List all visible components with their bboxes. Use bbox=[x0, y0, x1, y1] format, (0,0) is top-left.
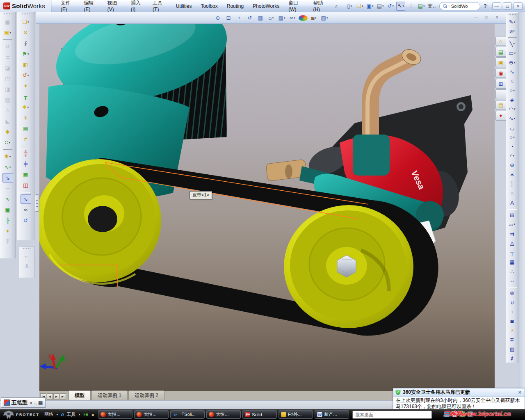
feature-tree-splitter[interactable]: ▸▸▸ bbox=[35, 194, 39, 212]
edit-component-icon[interactable]: ❒ bbox=[21, 17, 31, 27]
point-icon[interactable]: ∗ bbox=[507, 171, 518, 179]
plus-minus-icon[interactable]: ∓ bbox=[507, 336, 518, 344]
snapshot-icon[interactable]: ◧ bbox=[21, 60, 31, 69]
minimize-button[interactable]: — bbox=[492, 2, 501, 10]
extrude-icon[interactable]: ▧ bbox=[2, 95, 13, 105]
ie-quick-icon[interactable]: e bbox=[61, 411, 64, 418]
text-icon[interactable]: A bbox=[507, 199, 518, 207]
soft-keyboard-icon[interactable]: ▦ bbox=[38, 400, 43, 406]
chamfer-icon[interactable]: ◣ bbox=[2, 116, 13, 126]
zoom-area-icon[interactable]: ⊡ bbox=[224, 14, 233, 23]
mate-icon[interactable]: ⊂ bbox=[2, 52, 13, 62]
configuration-flags-icon[interactable]: ⚑ bbox=[21, 49, 31, 59]
fillet-sketch-icon[interactable]: ◜ bbox=[507, 152, 518, 160]
crosshatch-icon[interactable]: ▨ bbox=[507, 345, 518, 353]
task-daheng-3[interactable]: 大恒... bbox=[206, 410, 241, 419]
mirror-entities-icon[interactable]: ◬ bbox=[507, 239, 518, 247]
new-document-icon[interactable]: ▯ bbox=[345, 2, 354, 11]
task-daheng-1[interactable]: 大恒... bbox=[98, 410, 132, 419]
file-explorer-icon[interactable]: ▣ bbox=[495, 57, 506, 67]
tab-model[interactable]: 模型 bbox=[68, 390, 91, 400]
save-icon[interactable]: ▣ bbox=[365, 2, 374, 11]
task-word-doc[interactable]: W新产... bbox=[315, 410, 349, 419]
maximize-button[interactable]: □ bbox=[503, 2, 512, 10]
motion-study-icon[interactable]: ↺ bbox=[21, 216, 31, 225]
spring-icon[interactable]: ∽ bbox=[2, 184, 13, 193]
move-component-icon[interactable]: ↱ bbox=[21, 135, 31, 144]
help-dropdown-icon[interactable]: ▾ bbox=[486, 5, 488, 8]
tab-scroll-prev[interactable]: ◀ bbox=[47, 393, 53, 399]
tools-caret-icon[interactable]: ▼ bbox=[78, 413, 81, 416]
open-icon[interactable]: ❒ bbox=[355, 2, 364, 11]
tools-menu[interactable]: 工具 bbox=[66, 411, 75, 418]
smart-mate-icon[interactable]: ✱ bbox=[2, 152, 13, 161]
desktop-search-input[interactable] bbox=[353, 412, 431, 417]
task-folder-f[interactable]: F:\外... bbox=[278, 410, 313, 419]
circular-pattern-icon[interactable]: ∴ bbox=[507, 267, 518, 275]
collaborate-icon[interactable]: ⁑ bbox=[2, 237, 13, 247]
smart-fastener-icon[interactable]: ✱ bbox=[2, 127, 13, 137]
u-profile-icon[interactable]: ∪ bbox=[507, 299, 518, 307]
step-draft-icon[interactable]: ⌐ bbox=[21, 251, 32, 261]
close-button[interactable]: × bbox=[514, 2, 523, 10]
display-style-icon[interactable]: ▧ bbox=[277, 14, 286, 23]
rotate-view-icon[interactable]: ↺ bbox=[245, 14, 254, 23]
zoom-fit-icon[interactable]: ⊙ bbox=[213, 14, 222, 23]
undo-icon[interactable]: ↺ bbox=[386, 2, 395, 11]
document-recovery-icon[interactable]: ✦ bbox=[495, 111, 506, 121]
3d-viewport[interactable]: Vesa bbox=[39, 24, 495, 391]
fillet-icon[interactable]: ◪ bbox=[2, 63, 13, 73]
pan-icon[interactable]: + bbox=[235, 14, 244, 23]
spline-on-surface-icon[interactable]: ≈ bbox=[507, 77, 518, 85]
net-menu[interactable]: 网络 bbox=[44, 411, 53, 418]
appearances-scenes-icon[interactable]: ● bbox=[495, 89, 506, 99]
desktop-search-box[interactable] bbox=[352, 411, 432, 419]
centerline-icon[interactable]: ╎ bbox=[507, 180, 518, 188]
doc-restore-button[interactable]: ◱ bbox=[482, 14, 491, 21]
fastener-library-icon[interactable]: ▤ bbox=[21, 124, 31, 133]
line-icon[interactable]: ╲ bbox=[507, 40, 518, 48]
toolbar-grip[interactable] bbox=[509, 14, 516, 16]
task-solidworks[interactable]: SWSolid... bbox=[242, 410, 277, 419]
appearance-icon[interactable]: ● bbox=[299, 15, 308, 21]
convert-entities-icon[interactable]: ⊞ bbox=[507, 211, 518, 219]
partial-ellipse-icon[interactable]: ◔ bbox=[507, 143, 518, 151]
dimension-check-icon[interactable]: ╪ bbox=[21, 159, 31, 169]
camera-view-icon[interactable]: ▨ bbox=[320, 14, 329, 23]
route-line-icon[interactable]: ∿ bbox=[2, 162, 13, 172]
selection-box-icon[interactable]: ◌ bbox=[507, 189, 518, 197]
slot-circle-icon[interactable]: ⊚ bbox=[507, 289, 518, 297]
revolve-icon[interactable]: △ bbox=[2, 106, 13, 115]
options-list-icon[interactable]: ▤ bbox=[417, 2, 426, 11]
rotate-component-icon[interactable]: ↺ bbox=[2, 42, 13, 51]
view-palette-icon[interactable]: ⊞ bbox=[495, 79, 506, 89]
interference-detection-icon[interactable]: ◫ bbox=[21, 180, 31, 190]
punctuation-toggle-icon[interactable]: ·‚ bbox=[34, 400, 37, 406]
doc-minimize-button[interactable]: — bbox=[472, 14, 480, 21]
mirror-components-icon[interactable]: ◨ bbox=[2, 84, 13, 94]
collision-detection-icon[interactable]: ╬ bbox=[21, 148, 31, 158]
task-ie-soli[interactable]: e『Soli... bbox=[170, 410, 205, 419]
tab-motion-study-1[interactable]: 运动算例 1 bbox=[91, 390, 128, 400]
move-entities-icon[interactable]: ↔ bbox=[507, 276, 518, 285]
polygon-icon[interactable]: ◈ bbox=[507, 96, 518, 104]
apply-scene-icon[interactable]: ◙ bbox=[309, 14, 318, 23]
step-profile-icon[interactable]: ╨ bbox=[21, 262, 32, 272]
3d-sketch-icon[interactable]: ▱ bbox=[507, 221, 518, 229]
insert-component-icon[interactable]: ▣ bbox=[2, 28, 13, 37]
move-with-triad-icon[interactable]: ✦ bbox=[21, 81, 31, 91]
quick-snaps-icon[interactable]: ⚡ bbox=[507, 326, 518, 335]
menu-utilities[interactable]: Utilities bbox=[172, 2, 196, 11]
solidworks-search[interactable]: ▾ bbox=[439, 2, 480, 10]
block-icon[interactable]: ▣ bbox=[2, 205, 13, 215]
component-pattern-icon[interactable]: ∷ bbox=[2, 138, 13, 147]
search-dropdown-icon[interactable]: ▾ bbox=[448, 5, 450, 8]
ime-language-bar[interactable]: 五笔型 ◑ ·‚ ▦ bbox=[1, 397, 46, 408]
straight-slot-icon[interactable]: ⊖ bbox=[507, 59, 518, 67]
wrench-icon[interactable]: ✦ bbox=[2, 226, 13, 236]
gear-mate-icon[interactable]: ✳ bbox=[21, 113, 31, 123]
home-tab-icon[interactable]: ⌂ bbox=[495, 36, 506, 46]
print-icon[interactable]: ▤ bbox=[376, 2, 385, 11]
notification-close-icon[interactable]: × bbox=[517, 389, 523, 395]
sketch-icon[interactable]: ✎ bbox=[507, 18, 518, 26]
